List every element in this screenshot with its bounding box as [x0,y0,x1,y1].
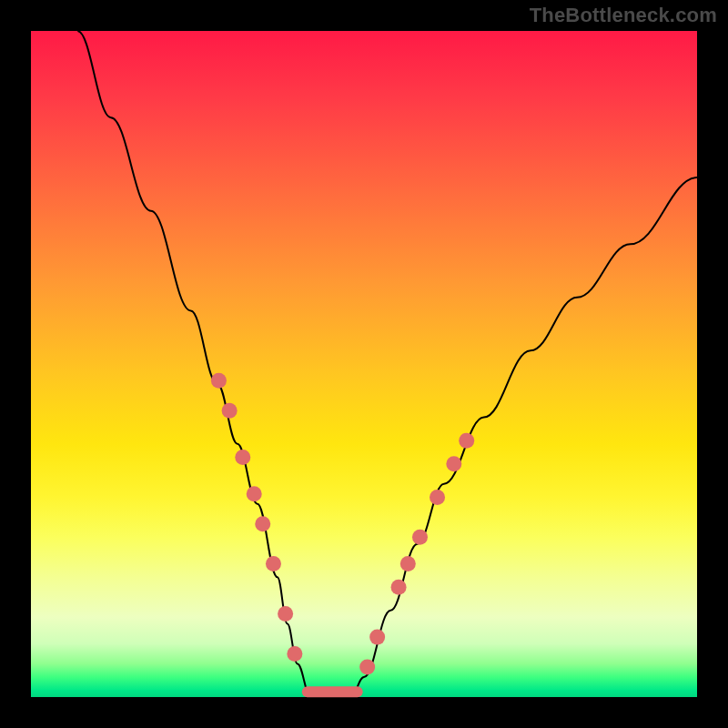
marker-dot [266,556,281,571]
marker-dot [235,450,250,465]
attribution-label: TheBottleneck.com [530,4,717,27]
curve-layer [31,31,697,697]
markers-right [359,433,474,675]
plot-area [31,31,697,697]
marker-dot [430,490,445,505]
marker-dot [278,606,293,622]
marker-dot [247,486,262,501]
bottleneck-curve [77,31,697,697]
marker-dot [391,580,407,595]
marker-dot [412,530,428,545]
marker-dot [459,433,474,449]
marker-dot [211,373,227,389]
marker-dot [369,630,385,645]
marker-dot [255,516,270,531]
marker-dot [400,556,416,571]
markers-left [211,373,302,662]
chart-container: TheBottleneck.com [0,0,728,728]
marker-dot [446,456,461,471]
marker-dot [222,403,238,419]
marker-dot [287,646,302,662]
marker-dot [359,660,375,675]
